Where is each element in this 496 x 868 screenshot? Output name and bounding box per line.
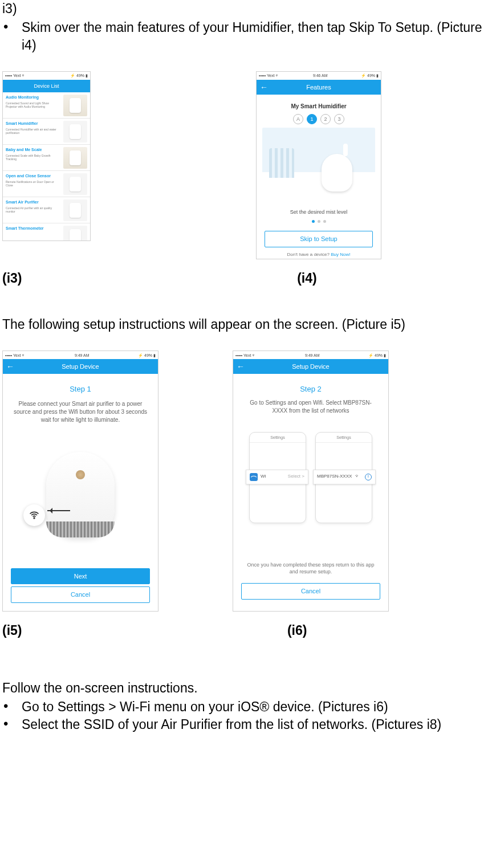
item-thumb	[63, 226, 87, 241]
bullet-dot: •	[2, 19, 22, 54]
item-thumb	[63, 95, 87, 116]
mini-title: Settings	[316, 433, 372, 443]
list-item[interactable]: Smart Thermometer	[3, 223, 90, 241]
completion-note: Once you have completed these steps retu…	[233, 561, 388, 575]
info-icon[interactable]: i	[365, 474, 372, 480]
caption-i4: (i4)	[297, 270, 494, 287]
list-item[interactable]: Audio MonitoringConnected Sound and Ligh…	[3, 92, 90, 119]
page-dots	[257, 220, 381, 223]
status-bar: ••••• Yext ᯤ 9:46 AM ⚡ 49% ▮	[257, 72, 381, 80]
step-3[interactable]: 3	[334, 114, 344, 124]
bullet-dot: •	[2, 698, 22, 716]
next-button[interactable]: Next	[11, 568, 150, 585]
step-a: A	[293, 114, 303, 124]
cancel-button[interactable]: Cancel	[241, 583, 380, 600]
item-thumb	[63, 199, 87, 221]
status-bar: ••••• Yext ᯤ 9:49 AM ⚡ 49% ▮	[233, 351, 388, 359]
status-carrier: ••••• Yext ᯤ	[5, 73, 26, 78]
settings-illustration: Settings Settings Wi Select > MBP87SN-XX…	[233, 415, 388, 581]
titlebar-setup: ← Setup Device	[233, 359, 388, 374]
step-1[interactable]: 1	[307, 114, 317, 124]
item-title: Smart Humidifier	[6, 121, 61, 126]
wifi-row-overlay: Wi Select > MBP87SN-XXXX ᯤ i	[246, 470, 376, 484]
item-desc: Connected Air purifier with air quality …	[6, 206, 61, 213]
bullet-ssid: • Select the SSID of your Air Purifier f…	[2, 716, 494, 733]
bullet-text: Skim over the main features of your Humi…	[22, 19, 494, 54]
status-batt: ⚡ 49% ▮	[70, 73, 88, 78]
subtitle: My Smart Humidifier	[257, 103, 381, 111]
cancel-button[interactable]: Cancel	[11, 586, 150, 603]
wifi-label: Wi	[261, 474, 266, 480]
follow-instruction: Follow the on-screen instructions.	[2, 679, 494, 697]
mini-title: Settings	[250, 433, 306, 443]
status-bar: ••••• Yext ᯤ 9:49 AM ⚡ 49% ▮	[3, 351, 158, 359]
item-desc: Remote Notifications on Door Open or Clo…	[6, 180, 61, 187]
wifi-network-row[interactable]: MBP87SN-XXXX ᯤ i	[313, 470, 376, 484]
step-instruction: Go to Settings and open Wifi. Select MBP…	[233, 399, 388, 415]
screenshot-i5: ••••• Yext ᯤ 9:49 AM ⚡ 49% ▮ ← Setup Dev…	[2, 351, 158, 612]
titlebar-title: Setup Device	[292, 363, 329, 370]
arrow-icon	[47, 510, 70, 511]
back-icon[interactable]: ←	[6, 359, 14, 374]
item-thumb	[63, 147, 87, 169]
screenshot-i6: ••••• Yext ᯤ 9:49 AM ⚡ 49% ▮ ← Setup Dev…	[233, 351, 389, 612]
svg-point-0	[34, 517, 35, 519]
step-label: Step 1	[3, 384, 158, 394]
caption-i3: (i3)	[2, 270, 297, 287]
status-time: 9:46 AM	[313, 73, 328, 78]
dot	[318, 220, 320, 223]
screenshot-i4: ••••• Yext ᯤ 9:46 AM ⚡ 49% ▮ ← Features …	[256, 71, 381, 259]
dot	[323, 220, 326, 223]
buy-now-footnote: Don't have a device? Buy Now!	[257, 252, 381, 258]
caption-i5: (i5)	[2, 622, 287, 639]
select-chevron: Select >	[288, 474, 304, 480]
ssid-label: MBP87SN-XXXX	[317, 474, 352, 480]
status-carrier: ••••• Yext ᯤ	[235, 353, 256, 358]
status-bar: ••••• Yext ᯤ ⚡ 49% ▮	[3, 72, 90, 80]
status-time: 9:49 AM	[305, 353, 320, 358]
feature-caption: Set the desired mist level	[257, 209, 381, 215]
item-title: Audio Monitoring	[6, 95, 61, 100]
back-icon[interactable]: ←	[260, 80, 268, 95]
titlebar-features: ← Features	[257, 80, 381, 95]
wifi-settings-row[interactable]: Wi Select >	[246, 470, 308, 484]
item-thumb	[63, 173, 87, 195]
status-batt: ⚡ 49% ▮	[361, 73, 379, 78]
titlebar-setup: ← Setup Device	[3, 359, 158, 374]
status-batt: ⚡ 49% ▮	[138, 353, 156, 358]
titlebar-title: Device List	[34, 83, 59, 89]
list-item[interactable]: Smart Air PurifierConnected Air purifier…	[3, 197, 90, 223]
feature-illustration	[262, 128, 375, 202]
item-title: Smart Air Purifier	[6, 199, 61, 205]
humidifier-icon	[322, 154, 352, 191]
step-indicator: A 1 2 3	[257, 114, 381, 124]
text-i3-ref: i3)	[2, 0, 494, 18]
air-purifier-icon	[46, 452, 115, 537]
wifi-icon	[23, 504, 45, 526]
list-item[interactable]: Smart HumidifierConnected Humidifier wit…	[3, 119, 90, 145]
bullet-settings: • Go to Settings > Wi-Fi menu on your iO…	[2, 698, 494, 716]
caption-i6: (i6)	[287, 622, 484, 639]
list-item[interactable]: Baby and Me ScaleConnected Scale with Ba…	[3, 145, 90, 171]
list-item[interactable]: Open and Close SensorRemote Notification…	[3, 171, 90, 197]
buy-now-link[interactable]: Buy Now!	[331, 252, 350, 257]
status-time: 9:49 AM	[75, 353, 90, 358]
device-list: Audio MonitoringConnected Sound and Ligh…	[3, 92, 90, 241]
item-desc: Connected Scale with Baby Growth Trackin…	[6, 154, 61, 161]
dot	[312, 220, 315, 223]
back-icon[interactable]: ←	[237, 359, 245, 374]
step-instruction: Please connect your Smart air purifier t…	[3, 400, 158, 424]
wifi-square-icon	[250, 473, 258, 481]
bullet-skim: • Skim over the main features of your Hu…	[2, 19, 494, 54]
mid-instruction: The following setup instructions will ap…	[2, 316, 494, 333]
item-desc: Connected Sound and Light Show Projector…	[6, 101, 61, 108]
skip-to-setup-button[interactable]: Skip to Setup	[265, 231, 373, 247]
status-carrier: ••••• Yext ᯤ	[5, 353, 26, 358]
item-title: Open and Close Sensor	[6, 173, 61, 178]
item-title: Smart Thermometer	[6, 226, 61, 231]
item-desc: Connected Humidifier with air and water …	[6, 128, 61, 135]
titlebar-title: Features	[306, 84, 331, 91]
wifi-signal-icon: ᯤ	[355, 474, 360, 480]
status-carrier: ••••• Yext ᯤ	[259, 73, 279, 78]
step-2[interactable]: 2	[320, 114, 331, 124]
